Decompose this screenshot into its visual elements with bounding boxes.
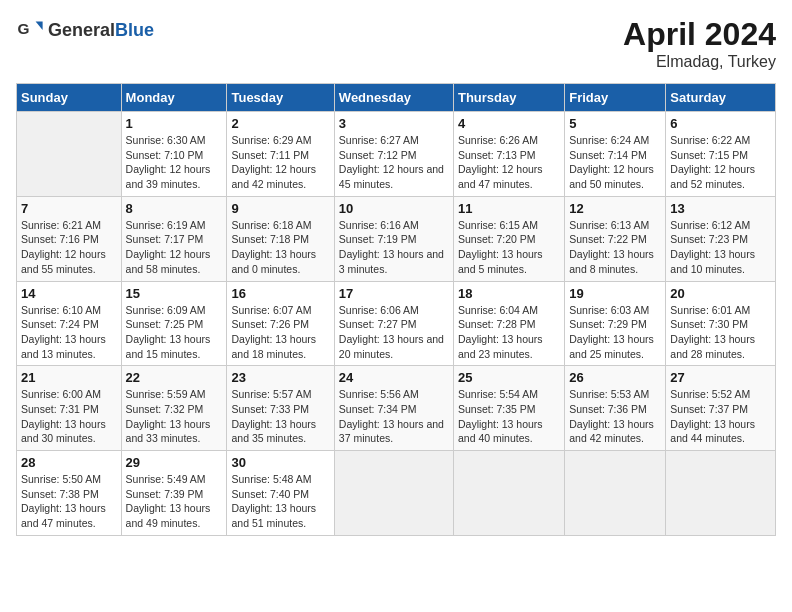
day-cell: 5Sunrise: 6:24 AMSunset: 7:14 PMDaylight… (565, 112, 666, 197)
day-info: Sunrise: 6:19 AMSunset: 7:17 PMDaylight:… (126, 218, 223, 277)
day-cell: 7Sunrise: 6:21 AMSunset: 7:16 PMDaylight… (17, 196, 122, 281)
day-number: 29 (126, 455, 223, 470)
day-cell: 4Sunrise: 6:26 AMSunset: 7:13 PMDaylight… (453, 112, 564, 197)
day-cell (565, 451, 666, 536)
day-number: 1 (126, 116, 223, 131)
col-header-monday: Monday (121, 84, 227, 112)
day-cell: 30Sunrise: 5:48 AMSunset: 7:40 PMDayligh… (227, 451, 334, 536)
day-cell: 3Sunrise: 6:27 AMSunset: 7:12 PMDaylight… (334, 112, 453, 197)
logo-text-blue: Blue (115, 20, 154, 40)
day-number: 19 (569, 286, 661, 301)
subtitle: Elmadag, Turkey (623, 53, 776, 71)
day-cell: 17Sunrise: 6:06 AMSunset: 7:27 PMDayligh… (334, 281, 453, 366)
day-cell: 12Sunrise: 6:13 AMSunset: 7:22 PMDayligh… (565, 196, 666, 281)
col-header-saturday: Saturday (666, 84, 776, 112)
day-info: Sunrise: 5:56 AMSunset: 7:34 PMDaylight:… (339, 387, 449, 446)
logo: G GeneralBlue (16, 16, 154, 44)
day-number: 25 (458, 370, 560, 385)
day-info: Sunrise: 6:04 AMSunset: 7:28 PMDaylight:… (458, 303, 560, 362)
week-row-3: 14Sunrise: 6:10 AMSunset: 7:24 PMDayligh… (17, 281, 776, 366)
day-number: 10 (339, 201, 449, 216)
day-info: Sunrise: 6:00 AMSunset: 7:31 PMDaylight:… (21, 387, 117, 446)
week-row-4: 21Sunrise: 6:00 AMSunset: 7:31 PMDayligh… (17, 366, 776, 451)
svg-marker-1 (36, 22, 43, 30)
day-cell: 19Sunrise: 6:03 AMSunset: 7:29 PMDayligh… (565, 281, 666, 366)
day-cell: 14Sunrise: 6:10 AMSunset: 7:24 PMDayligh… (17, 281, 122, 366)
day-cell (334, 451, 453, 536)
logo-icon: G (16, 16, 44, 44)
day-number: 11 (458, 201, 560, 216)
day-number: 27 (670, 370, 771, 385)
day-info: Sunrise: 6:09 AMSunset: 7:25 PMDaylight:… (126, 303, 223, 362)
day-info: Sunrise: 6:26 AMSunset: 7:13 PMDaylight:… (458, 133, 560, 192)
day-cell: 20Sunrise: 6:01 AMSunset: 7:30 PMDayligh… (666, 281, 776, 366)
week-row-5: 28Sunrise: 5:50 AMSunset: 7:38 PMDayligh… (17, 451, 776, 536)
day-number: 24 (339, 370, 449, 385)
day-info: Sunrise: 6:16 AMSunset: 7:19 PMDaylight:… (339, 218, 449, 277)
day-number: 8 (126, 201, 223, 216)
calendar-table: SundayMondayTuesdayWednesdayThursdayFrid… (16, 83, 776, 536)
day-info: Sunrise: 6:01 AMSunset: 7:30 PMDaylight:… (670, 303, 771, 362)
day-cell (17, 112, 122, 197)
day-cell: 11Sunrise: 6:15 AMSunset: 7:20 PMDayligh… (453, 196, 564, 281)
day-info: Sunrise: 5:48 AMSunset: 7:40 PMDaylight:… (231, 472, 329, 531)
day-number: 7 (21, 201, 117, 216)
main-title: April 2024 (623, 16, 776, 53)
day-number: 2 (231, 116, 329, 131)
day-number: 12 (569, 201, 661, 216)
day-number: 16 (231, 286, 329, 301)
day-cell: 1Sunrise: 6:30 AMSunset: 7:10 PMDaylight… (121, 112, 227, 197)
day-cell: 28Sunrise: 5:50 AMSunset: 7:38 PMDayligh… (17, 451, 122, 536)
day-number: 28 (21, 455, 117, 470)
svg-text:G: G (17, 20, 29, 37)
day-info: Sunrise: 6:29 AMSunset: 7:11 PMDaylight:… (231, 133, 329, 192)
day-info: Sunrise: 5:52 AMSunset: 7:37 PMDaylight:… (670, 387, 771, 446)
day-number: 5 (569, 116, 661, 131)
day-cell: 8Sunrise: 6:19 AMSunset: 7:17 PMDaylight… (121, 196, 227, 281)
day-cell: 27Sunrise: 5:52 AMSunset: 7:37 PMDayligh… (666, 366, 776, 451)
title-block: April 2024 Elmadag, Turkey (623, 16, 776, 71)
day-cell: 22Sunrise: 5:59 AMSunset: 7:32 PMDayligh… (121, 366, 227, 451)
day-cell: 29Sunrise: 5:49 AMSunset: 7:39 PMDayligh… (121, 451, 227, 536)
day-info: Sunrise: 6:12 AMSunset: 7:23 PMDaylight:… (670, 218, 771, 277)
day-info: Sunrise: 6:24 AMSunset: 7:14 PMDaylight:… (569, 133, 661, 192)
day-cell: 18Sunrise: 6:04 AMSunset: 7:28 PMDayligh… (453, 281, 564, 366)
day-number: 18 (458, 286, 560, 301)
day-number: 4 (458, 116, 560, 131)
col-header-friday: Friday (565, 84, 666, 112)
header-row: SundayMondayTuesdayWednesdayThursdayFrid… (17, 84, 776, 112)
day-info: Sunrise: 5:54 AMSunset: 7:35 PMDaylight:… (458, 387, 560, 446)
day-number: 30 (231, 455, 329, 470)
day-info: Sunrise: 5:49 AMSunset: 7:39 PMDaylight:… (126, 472, 223, 531)
day-info: Sunrise: 6:15 AMSunset: 7:20 PMDaylight:… (458, 218, 560, 277)
day-number: 22 (126, 370, 223, 385)
day-number: 20 (670, 286, 771, 301)
day-number: 15 (126, 286, 223, 301)
day-number: 17 (339, 286, 449, 301)
day-cell: 25Sunrise: 5:54 AMSunset: 7:35 PMDayligh… (453, 366, 564, 451)
day-info: Sunrise: 6:06 AMSunset: 7:27 PMDaylight:… (339, 303, 449, 362)
day-number: 6 (670, 116, 771, 131)
day-number: 13 (670, 201, 771, 216)
day-number: 9 (231, 201, 329, 216)
day-number: 26 (569, 370, 661, 385)
day-cell: 23Sunrise: 5:57 AMSunset: 7:33 PMDayligh… (227, 366, 334, 451)
day-info: Sunrise: 5:50 AMSunset: 7:38 PMDaylight:… (21, 472, 117, 531)
col-header-wednesday: Wednesday (334, 84, 453, 112)
col-header-thursday: Thursday (453, 84, 564, 112)
day-cell: 13Sunrise: 6:12 AMSunset: 7:23 PMDayligh… (666, 196, 776, 281)
page-header: G GeneralBlue April 2024 Elmadag, Turkey (16, 16, 776, 71)
day-info: Sunrise: 5:59 AMSunset: 7:32 PMDaylight:… (126, 387, 223, 446)
day-info: Sunrise: 6:30 AMSunset: 7:10 PMDaylight:… (126, 133, 223, 192)
day-cell (666, 451, 776, 536)
col-header-sunday: Sunday (17, 84, 122, 112)
day-number: 21 (21, 370, 117, 385)
day-cell (453, 451, 564, 536)
day-info: Sunrise: 6:07 AMSunset: 7:26 PMDaylight:… (231, 303, 329, 362)
day-cell: 21Sunrise: 6:00 AMSunset: 7:31 PMDayligh… (17, 366, 122, 451)
day-info: Sunrise: 6:13 AMSunset: 7:22 PMDaylight:… (569, 218, 661, 277)
day-cell: 15Sunrise: 6:09 AMSunset: 7:25 PMDayligh… (121, 281, 227, 366)
day-info: Sunrise: 6:21 AMSunset: 7:16 PMDaylight:… (21, 218, 117, 277)
logo-text-general: General (48, 20, 115, 40)
day-cell: 6Sunrise: 6:22 AMSunset: 7:15 PMDaylight… (666, 112, 776, 197)
